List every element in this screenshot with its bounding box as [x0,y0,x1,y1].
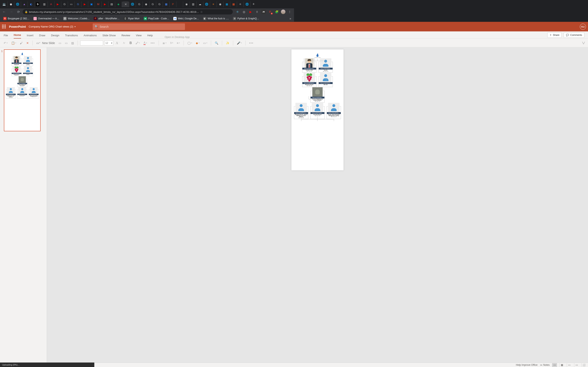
numbering-button[interactable]: ⅟▾ [169,41,174,45]
tab-icon[interactable]: ▦ [230,1,237,7]
font-color-button[interactable]: A▾ [142,40,148,46]
bookmark-item[interactable]: Rafter - WordRefer… [92,16,121,21]
paste-button[interactable]: 📋▾ [10,41,17,45]
ext-icon-badge[interactable]: P [268,9,272,14]
align-button[interactable]: ≡▾ [176,41,181,45]
more-font[interactable]: ••• [149,41,156,45]
tab-icon[interactable]: G [75,1,81,7]
bookmark-item[interactable]: ⦿Welcome | Codeb… [62,16,91,21]
back-button[interactable]: ← [1,9,7,15]
tab-insert[interactable]: Insert [27,34,34,39]
tab-icon[interactable]: ▲ [21,1,28,7]
tab-icon[interactable]: 🌐 [203,1,210,7]
tab-icon[interactable]: ≡ [210,1,217,7]
ext-icon[interactable]: JB [261,9,266,14]
tab-icon[interactable]: P [170,1,176,7]
bookmark-item[interactable]: ▦Web | Google De… [172,16,201,21]
font-size-select[interactable]: 12▾ [104,41,113,45]
bookmark-item[interactable]: {}Ryan Morr [122,16,141,21]
tab-icon[interactable]: G [61,1,68,7]
tab-icon[interactable]: M [95,1,102,7]
tab-icon[interactable]: ▦ [163,1,170,7]
undo-button[interactable]: ↶▾ [2,41,9,45]
increase-font[interactable]: Aˆ [114,40,121,46]
tab-icon[interactable]: 💻 [1,1,8,7]
tab-icon[interactable]: ▭ [68,1,75,7]
delete-button[interactable]: ✕ [25,41,30,45]
chrome-menu-icon[interactable]: ⋮ [287,9,292,14]
designer-button[interactable]: ✨ [225,41,231,45]
more-commands[interactable]: ••• [248,41,255,45]
search-input[interactable] [100,25,183,28]
highlight-button[interactable]: 🖍▾ [134,41,141,45]
tab-icon[interactable] [176,1,183,7]
ext-react-icon[interactable]: ⚛ [235,9,240,14]
search-box[interactable]: 🔍 [93,24,185,30]
find-button[interactable]: 🔍 [214,41,219,45]
decrease-font[interactable]: Aˇ [122,41,127,45]
tab-icon[interactable]: 🌐 [14,1,21,7]
dictate-button[interactable]: 🎤▾ [236,41,243,45]
tab-icon[interactable]: ▤ [108,1,115,7]
tab-icon[interactable]: ▣ [88,1,95,7]
tab-icon[interactable]: ◐ [28,1,35,7]
tab-view[interactable]: View [136,34,142,39]
shapes-button[interactable]: ◯▾ [186,41,193,45]
forward-button[interactable]: → [9,9,14,15]
tab-icon[interactable]: ☁ [197,1,203,7]
tab-design[interactable]: Design [51,34,59,39]
tab-icon[interactable]: S [36,2,40,6]
document-title[interactable]: Company Name ORG Chart views (2)▾ [29,25,76,28]
bullets-button[interactable]: ≣▾ [161,41,168,45]
tab-icon[interactable]: G [149,1,156,7]
bookmark-item[interactable]: ◂▸PlayCode - Code… [142,16,171,21]
extensions-icon[interactable]: 🧩 [274,9,279,14]
tab-help[interactable]: Help [147,34,153,39]
slide-thumbnail-1[interactable]: COMPANY NAMEName recFFWVnTvan…Founder & … [4,49,41,131]
tab-icon[interactable]: ◆ [115,1,122,7]
tab-icon[interactable]: ▶ [102,1,108,7]
tab-icon[interactable]: ▦ [224,1,230,7]
tab-icon[interactable]: A [48,1,54,7]
close-icon[interactable]: ✕ [125,3,127,6]
url-field[interactable]: 🔒 bmsturu-my.sharepoint.com/:p:/r/person… [23,9,233,15]
ext-icon[interactable]: ◊ [255,9,259,14]
fill-button[interactable]: ◆▾ [195,41,201,45]
tab-icon[interactable]: ◉ [143,1,149,7]
open-in-desktop[interactable]: Open in Desktop App [164,35,190,39]
slide-1[interactable]: COMPANY NAMEName recFFWVnTvan…Founder & … [291,49,294,170]
tab-icon[interactable]: ◉ [183,1,190,7]
tab-icon[interactable]: ▥ [190,1,197,7]
tab-draw[interactable]: Draw [39,34,45,39]
bold-button[interactable]: B [128,40,133,46]
format-painter[interactable]: 🖌 [18,41,24,45]
bookmark-item[interactable]: Overreacted — A… [32,16,61,21]
tab-icon[interactable]: ▶ [54,1,61,7]
tab-active[interactable]: ✕ [122,1,129,7]
app-launcher-icon[interactable] [2,25,6,29]
slide-button2[interactable]: ▨ [70,41,75,45]
tab-icon[interactable]: G [156,1,163,7]
tab-icon[interactable]: 🌐 [244,1,251,7]
tab-transitions[interactable]: Transitions [65,34,78,39]
slide-canvas-area[interactable]: COMPANY NAMEName recFFWVnTvan…Founder & … [47,47,294,184]
profile-avatar[interactable] [281,9,285,14]
tab-slideshow[interactable]: Slide Show [103,34,116,39]
tab-icon[interactable]: ⚛ [237,1,244,7]
ext-icon[interactable]: ▶ [248,9,253,14]
font-family-select[interactable] [80,41,103,45]
reload-button[interactable]: ⟳ [16,9,21,15]
tab-home[interactable]: Home [14,33,21,39]
new-slide-button[interactable]: ▭⁺ New Slide [35,41,56,45]
bookmark-item[interactable]: MВходящие (2 382… [2,16,31,21]
tab-icon[interactable]: ▥ [41,1,48,7]
star-icon[interactable]: ☆ [200,10,203,13]
ext-icon[interactable]: ◎ [242,9,246,14]
tab-icon[interactable]: ▶ [81,1,88,7]
tab-animations[interactable]: Animations [84,34,97,39]
new-tab-button[interactable]: + [251,2,257,6]
tab-review[interactable]: Review [121,34,130,39]
bookmarks-overflow[interactable]: » [288,16,292,21]
bookmark-item[interactable]: ◐What the fuck is …. [201,16,231,21]
slide-button[interactable]: ▭ [64,41,69,45]
